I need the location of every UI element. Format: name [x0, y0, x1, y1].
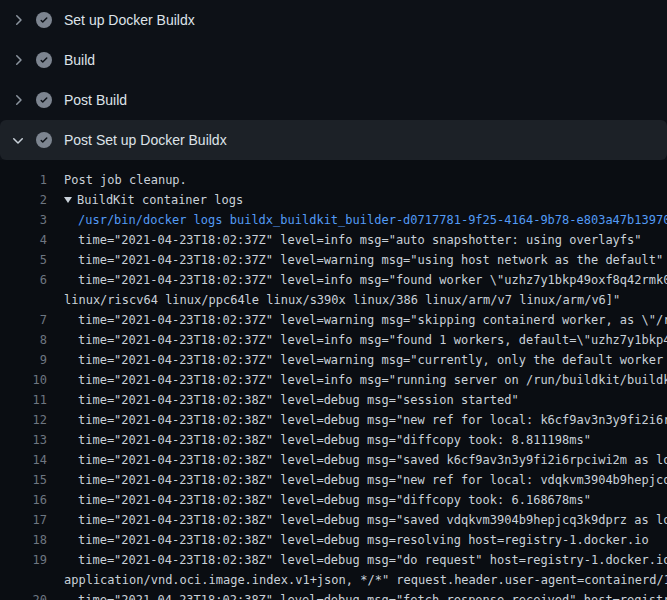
- log-line: 17 time="2021-04-23T18:02:38Z" level=deb…: [0, 510, 667, 530]
- check-circle-icon: [36, 132, 52, 148]
- step-row-post-build[interactable]: Post Build: [0, 80, 667, 120]
- log-line: 18 time="2021-04-23T18:02:38Z" level=deb…: [0, 530, 667, 550]
- line-number[interactable]: 7: [0, 310, 47, 330]
- chevron-right-icon: [10, 52, 26, 68]
- actions-log-viewer: Set up Docker Buildx Build: [0, 0, 667, 600]
- line-number[interactable]: 13: [0, 430, 47, 450]
- log-line-text: time="2021-04-23T18:02:37Z" level=info m…: [78, 270, 667, 290]
- group-collapse-triangle-icon[interactable]: [64, 197, 72, 203]
- chevron-right-icon: [10, 12, 26, 28]
- log-line-text: time="2021-04-23T18:02:37Z" level=info m…: [78, 330, 667, 350]
- log-line-text: Post job cleanup.: [64, 170, 187, 190]
- log-line-text: time="2021-04-23T18:02:38Z" level=debug …: [78, 510, 667, 530]
- log-line-text: /usr/bin/docker logs buildx_buildkit_bui…: [78, 210, 667, 230]
- line-number[interactable]: 12: [0, 410, 47, 430]
- log-line: 12 time="2021-04-23T18:02:38Z" level=deb…: [0, 410, 667, 430]
- log-line-text: time="2021-04-23T18:02:38Z" level=debug …: [78, 410, 667, 430]
- log-line: 3 /usr/bin/docker logs buildx_buildkit_b…: [0, 210, 667, 230]
- step-row-set-up-docker-buildx[interactable]: Set up Docker Buildx: [0, 0, 667, 40]
- log-line: 8 time="2021-04-23T18:02:37Z" level=info…: [0, 330, 667, 350]
- log-line: 11 time="2021-04-23T18:02:38Z" level=deb…: [0, 390, 667, 410]
- log-line[interactable]: 2 BuildKit container logs: [0, 190, 667, 210]
- line-number[interactable]: 8: [0, 330, 47, 350]
- log-line: 19 time="2021-04-23T18:02:38Z" level=deb…: [0, 550, 667, 570]
- log-line: linux/riscv64 linux/ppc64le linux/s390x …: [0, 290, 667, 310]
- log-line: 9 time="2021-04-23T18:02:37Z" level=warn…: [0, 350, 667, 370]
- line-number[interactable]: [0, 570, 47, 590]
- log-line-text: time="2021-04-23T18:02:37Z" level=warnin…: [78, 250, 663, 270]
- log-line: 5 time="2021-04-23T18:02:37Z" level=warn…: [0, 250, 667, 270]
- log-line: 16 time="2021-04-23T18:02:38Z" level=deb…: [0, 490, 667, 510]
- log-line-text: linux/riscv64 linux/ppc64le linux/s390x …: [64, 290, 620, 310]
- line-number[interactable]: [0, 290, 47, 310]
- line-number[interactable]: 9: [0, 350, 47, 370]
- log-line: 7 time="2021-04-23T18:02:37Z" level=warn…: [0, 310, 667, 330]
- line-number[interactable]: 3: [0, 210, 47, 230]
- step-row-build[interactable]: Build: [0, 40, 667, 80]
- log-line-text: time="2021-04-23T18:02:38Z" level=debug …: [78, 490, 591, 510]
- log-line: 15 time="2021-04-23T18:02:38Z" level=deb…: [0, 470, 667, 490]
- log-line-text: time="2021-04-23T18:02:38Z" level=debug …: [78, 390, 519, 410]
- step-row-post-set-up-docker-buildx[interactable]: Post Set up Docker Buildx: [0, 120, 667, 160]
- log-line: 13 time="2021-04-23T18:02:38Z" level=deb…: [0, 430, 667, 450]
- line-number[interactable]: 15: [0, 470, 47, 490]
- check-circle-icon: [36, 12, 52, 28]
- log-line-text: time="2021-04-23T18:02:37Z" level=warnin…: [78, 350, 667, 370]
- log-line-text: time="2021-04-23T18:02:38Z" level=debug …: [78, 550, 667, 570]
- log-line: application/vnd.oci.image.index.v1+json,…: [0, 570, 667, 590]
- log-line: 20 time="2021-04-23T18:02:38Z" level=deb…: [0, 590, 667, 600]
- check-circle-icon: [36, 92, 52, 108]
- log-line-text: time="2021-04-23T18:02:38Z" level=debug …: [78, 590, 667, 600]
- line-number[interactable]: 11: [0, 390, 47, 410]
- line-number[interactable]: 6: [0, 270, 47, 290]
- step-label: Set up Docker Buildx: [64, 12, 195, 28]
- log-viewer: 1 Post job cleanup. 2 BuildKit container…: [0, 160, 667, 600]
- log-line: 10 time="2021-04-23T18:02:37Z" level=inf…: [0, 370, 667, 390]
- line-number[interactable]: 18: [0, 530, 47, 550]
- step-label: Build: [64, 52, 95, 68]
- line-number[interactable]: 10: [0, 370, 47, 390]
- step-label: Post Set up Docker Buildx: [64, 132, 227, 148]
- log-line-text: application/vnd.oci.image.index.v1+json,…: [64, 570, 667, 590]
- log-line-text: time="2021-04-23T18:02:38Z" level=debug …: [78, 470, 667, 490]
- log-line-text: time="2021-04-23T18:02:38Z" level=debug …: [78, 450, 667, 470]
- line-number[interactable]: 17: [0, 510, 47, 530]
- line-number[interactable]: 19: [0, 550, 47, 570]
- line-number[interactable]: 16: [0, 490, 47, 510]
- steps-list: Set up Docker Buildx Build: [0, 0, 667, 160]
- log-line-text: time="2021-04-23T18:02:38Z" level=debug …: [78, 530, 649, 550]
- line-number[interactable]: 1: [0, 170, 47, 190]
- line-number[interactable]: 2: [0, 190, 47, 210]
- log-line-text: time="2021-04-23T18:02:37Z" level=warnin…: [78, 310, 667, 330]
- line-number[interactable]: 5: [0, 250, 47, 270]
- log-line: 14 time="2021-04-23T18:02:38Z" level=deb…: [0, 450, 667, 470]
- line-number[interactable]: 4: [0, 230, 47, 250]
- log-line-text: time="2021-04-23T18:02:37Z" level=info m…: [78, 230, 642, 250]
- check-circle-icon: [36, 52, 52, 68]
- log-line-text: time="2021-04-23T18:02:38Z" level=debug …: [78, 430, 591, 450]
- log-line-text: time="2021-04-23T18:02:37Z" level=info m…: [78, 370, 667, 390]
- step-label: Post Build: [64, 92, 127, 108]
- log-line: 1 Post job cleanup.: [0, 170, 667, 190]
- chevron-right-icon: [10, 92, 26, 108]
- log-line: 4 time="2021-04-23T18:02:37Z" level=info…: [0, 230, 667, 250]
- line-number[interactable]: 14: [0, 450, 47, 470]
- log-line-text: BuildKit container logs: [77, 190, 243, 210]
- line-number[interactable]: 20: [0, 590, 47, 600]
- log-line: 6 time="2021-04-23T18:02:37Z" level=info…: [0, 270, 667, 290]
- chevron-down-icon: [10, 132, 26, 148]
